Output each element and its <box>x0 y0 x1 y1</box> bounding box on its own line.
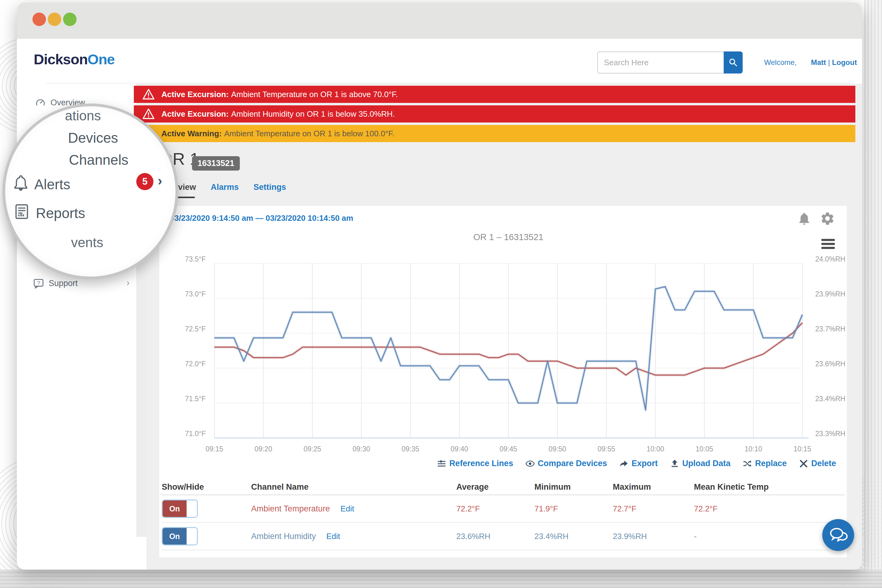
logout-link[interactable]: Logout <box>832 58 857 66</box>
action-label: Export <box>632 459 658 468</box>
x-axis-tick: 09:25 <box>303 445 321 453</box>
logo-dickson: Dickson <box>34 51 88 68</box>
alert-banner[interactable]: Active Excursion:Ambient Temperature on … <box>134 86 855 103</box>
lens-nav-alerts[interactable]: Alerts <box>34 176 70 193</box>
search-icon <box>729 58 738 67</box>
edit-channel-link[interactable]: Edit <box>327 532 340 541</box>
toggle-knob <box>186 500 197 517</box>
right-axis-tick: 23.9%RH <box>815 290 845 298</box>
user-menu: Welcome, Matt | Logout <box>764 58 857 67</box>
toggle-cell: On <box>162 527 198 545</box>
channel-name-cell: Ambient HumidityEdit <box>251 532 340 541</box>
banner-label: Active Excursion: <box>161 90 229 99</box>
left-axis-tick: 71.0°F <box>185 430 206 438</box>
tab-alarms[interactable]: Alarms <box>211 183 239 192</box>
lens-nav-reports[interactable]: Reports <box>36 205 85 221</box>
banner-message: Ambient Temperature on OR 1 is below 100… <box>224 129 394 138</box>
support-icon: ? <box>33 278 44 289</box>
table-row: OnAmbient HumidityEdit23.6%RH23.4%RH23.9… <box>162 523 844 550</box>
x-axis-tick: 09:55 <box>597 445 615 453</box>
left-axis-tick: 73.5°F <box>185 255 206 263</box>
separator: | <box>828 58 830 66</box>
chevron-right-icon: › <box>158 173 162 188</box>
user-link[interactable]: Matt <box>811 58 826 66</box>
alerts-count-badge: 5 <box>136 173 153 190</box>
device-chart-card: 03/23/2020 9:14:50 am — 03/23/2020 10:14… <box>159 206 847 557</box>
search-button[interactable] <box>724 51 742 74</box>
action-reference-lines[interactable]: Reference Lines <box>437 459 513 468</box>
x-axis-tick: 09:15 <box>206 445 223 453</box>
lens-nav-channels[interactable]: Channels <box>69 152 128 168</box>
toggle-on-label: On <box>163 528 186 544</box>
right-axis-tick: 23.6%RH <box>815 360 845 368</box>
toggle-on-label: On <box>163 500 186 517</box>
alert-banner[interactable]: Active Warning:Ambient Temperature on OR… <box>134 125 855 142</box>
reference-lines-icon <box>437 459 446 468</box>
left-axis-tick: 73.0°F <box>185 290 206 298</box>
chart-actions: Reference LinesCompare DevicesExportUplo… <box>437 459 836 468</box>
x-axis-tick: 10:10 <box>744 445 762 453</box>
eye-icon <box>525 459 535 468</box>
channel-name: Ambient Humidity <box>251 532 316 541</box>
browser-window: DicksonOne Welcome, Matt | Logout <box>17 3 862 570</box>
left-axis-tick: 72.5°F <box>185 325 206 333</box>
x-axis-tick: 10:15 <box>794 445 811 453</box>
dicksonone-logo[interactable]: DicksonOne <box>34 51 114 68</box>
right-axis-tick: 23.3%RH <box>815 430 845 438</box>
lens-nav-label: Alerts <box>34 176 70 193</box>
action-label: Replace <box>755 459 787 468</box>
lens-nav-vents[interactable]: vents <box>71 235 103 250</box>
x-axis-tick: 09:30 <box>352 445 370 453</box>
bell-icon <box>12 174 30 192</box>
banner-message: Ambient Humidity on OR 1 is below 35.0%R… <box>231 110 395 119</box>
column-header: Maximum <box>613 482 651 492</box>
magnifier-lens: ationsDevicesChannelsAlerts5›Reportsvent… <box>3 104 178 279</box>
frame-ornament <box>0 570 882 588</box>
report-icon <box>13 203 30 220</box>
edit-channel-link[interactable]: Edit <box>340 504 354 513</box>
logo-one: One <box>88 51 114 68</box>
channels-table: Show/HideChannel NameAverageMinimumMaxim… <box>162 479 844 550</box>
tab-settings[interactable]: Settings <box>254 183 286 192</box>
right-axis-tick: 23.7%RH <box>815 325 845 333</box>
toggle-cell: On <box>162 500 198 518</box>
alert-banner[interactable]: Active Excursion:Ambient Humidity on OR … <box>134 105 855 123</box>
show-hide-toggle[interactable]: On <box>162 527 198 545</box>
warning-triangle-icon <box>142 108 154 120</box>
upload-icon <box>670 459 679 468</box>
chat-support-button[interactable] <box>822 519 854 551</box>
column-header: Channel Name <box>251 482 309 492</box>
zoom-window-button[interactable] <box>63 12 76 26</box>
minimize-window-button[interactable] <box>48 12 61 26</box>
lens-nav-devices[interactable]: Devices <box>68 129 118 146</box>
tab-bar: OverviewAlarmsSettings <box>159 183 286 192</box>
close-window-button[interactable] <box>33 12 46 26</box>
svg-text:?: ? <box>37 280 40 286</box>
action-export-arrow[interactable]: Export <box>619 459 658 468</box>
lens-nav-label: vents <box>71 235 103 250</box>
search-input[interactable] <box>597 51 724 74</box>
warning-triangle-icon <box>142 88 154 100</box>
left-axis-tick: 71.5°F <box>185 395 206 403</box>
action-delete-x[interactable]: Delete <box>799 459 836 468</box>
replace-icon <box>742 459 752 468</box>
action-label: Upload Data <box>682 459 731 468</box>
right-axis-tick: 23.4%RH <box>815 395 845 403</box>
mean-kinetic-temp-value: 72.2°F <box>694 504 717 514</box>
sidebar-item-support[interactable]: ? Support <box>33 278 78 289</box>
column-header: Average <box>456 482 489 492</box>
chat-bubbles-icon <box>827 525 849 545</box>
action-replace[interactable]: Replace <box>742 459 787 468</box>
warning-triangle-icon <box>142 88 154 100</box>
banner-message: Ambient Temperature on OR 1 is above 70.… <box>231 90 398 99</box>
show-hide-toggle[interactable]: On <box>162 500 198 518</box>
banner-label: Active Excursion: <box>161 110 229 119</box>
column-header: Show/Hide <box>162 482 204 492</box>
action-eye[interactable]: Compare Devices <box>525 459 607 468</box>
x-axis-tick: 09:50 <box>549 445 566 453</box>
lens-nav-ations[interactable]: ations <box>65 108 101 123</box>
lens-nav-label: ations <box>65 108 101 123</box>
action-upload[interactable]: Upload Data <box>670 459 731 468</box>
action-label: Reference Lines <box>449 459 513 468</box>
x-axis-tick: 09:40 <box>450 445 468 453</box>
